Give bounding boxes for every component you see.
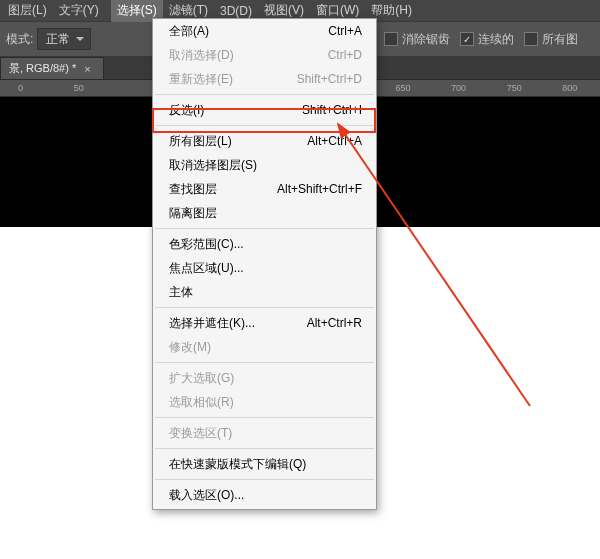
- menu-window[interactable]: 窗口(W): [316, 2, 359, 19]
- menu-item[interactable]: 反选(I)Shift+Ctrl+I: [153, 98, 376, 122]
- menu-item-label: 扩大选取(G): [169, 370, 234, 386]
- checkbox-icon: [460, 32, 474, 46]
- mode-select[interactable]: 正常: [37, 28, 91, 50]
- menu-item-label: 反选(I): [169, 102, 204, 118]
- menu-item: 重新选择(E)Shift+Ctrl+D: [153, 67, 376, 91]
- menu-filter[interactable]: 滤镜(T): [169, 2, 208, 19]
- menu-item[interactable]: 所有图层(L)Alt+Ctrl+A: [153, 129, 376, 153]
- menu-item-label: 全部(A): [169, 23, 209, 39]
- menu-item: 修改(M): [153, 335, 376, 359]
- menu-item[interactable]: 取消选择图层(S): [153, 153, 376, 177]
- all-layers-checkbox[interactable]: 所有图: [524, 31, 578, 48]
- menu-separator: [155, 479, 374, 480]
- menu-separator: [155, 362, 374, 363]
- menu-item-shortcut: Ctrl+D: [328, 47, 362, 63]
- menu-item: 取消选择(D)Ctrl+D: [153, 43, 376, 67]
- menu-item[interactable]: 载入选区(O)...: [153, 483, 376, 507]
- ruler-tick: 50: [74, 83, 112, 93]
- document-tab[interactable]: 景, RGB/8#) * ×: [0, 57, 104, 79]
- menu-item-label: 所有图层(L): [169, 133, 232, 149]
- menu-item[interactable]: 主体: [153, 280, 376, 304]
- menu-item-shortcut: Alt+Shift+Ctrl+F: [277, 181, 362, 197]
- close-icon[interactable]: ×: [84, 63, 90, 75]
- menu-item-label: 选择并遮住(K)...: [169, 315, 255, 331]
- ruler-tick: 650: [395, 83, 433, 93]
- menu-separator: [155, 417, 374, 418]
- menu-item[interactable]: 选择并遮住(K)...Alt+Ctrl+R: [153, 311, 376, 335]
- menu-item-label: 焦点区域(U)...: [169, 260, 244, 276]
- menu-item-label: 在快速蒙版模式下编辑(Q): [169, 456, 306, 472]
- menu-view[interactable]: 视图(V): [264, 2, 304, 19]
- menu-item[interactable]: 色彩范围(C)...: [153, 232, 376, 256]
- menu-item[interactable]: 在快速蒙版模式下编辑(Q): [153, 452, 376, 476]
- menu-help[interactable]: 帮助(H): [371, 2, 412, 19]
- menu-item-label: 取消选择(D): [169, 47, 234, 63]
- mode-value: 正常: [46, 31, 70, 48]
- contiguous-checkbox[interactable]: 连续的: [460, 31, 514, 48]
- menu-item-label: 选取相似(R): [169, 394, 234, 410]
- checkbox-icon: [384, 32, 398, 46]
- menu-item-label: 载入选区(O)...: [169, 487, 244, 503]
- menu-item-label: 主体: [169, 284, 193, 300]
- menu-item-label: 查找图层: [169, 181, 217, 197]
- menu-item-shortcut: Shift+Ctrl+I: [302, 102, 362, 118]
- menu-layer[interactable]: 图层(L): [8, 2, 47, 19]
- menu-item-label: 修改(M): [169, 339, 211, 355]
- menu-item-shortcut: Alt+Ctrl+R: [307, 315, 362, 331]
- document-tab-title: 景, RGB/8#) *: [9, 61, 76, 76]
- ruler-tick: 750: [507, 83, 545, 93]
- menu-separator: [155, 125, 374, 126]
- antialias-checkbox[interactable]: 消除锯齿: [384, 31, 450, 48]
- menu-separator: [155, 448, 374, 449]
- menu-text[interactable]: 文字(Y): [59, 2, 99, 19]
- menu-item-shortcut: Ctrl+A: [328, 23, 362, 39]
- ruler-tick: 700: [451, 83, 489, 93]
- menu-3d[interactable]: 3D(D): [220, 4, 252, 18]
- menu-item[interactable]: 全部(A)Ctrl+A: [153, 19, 376, 43]
- menu-item-label: 取消选择图层(S): [169, 157, 257, 173]
- menu-item-label: 变换选区(T): [169, 425, 232, 441]
- menu-item-shortcut: Shift+Ctrl+D: [297, 71, 362, 87]
- contiguous-label: 连续的: [478, 31, 514, 48]
- menu-separator: [155, 307, 374, 308]
- checkbox-icon: [524, 32, 538, 46]
- select-menu-dropdown: 全部(A)Ctrl+A取消选择(D)Ctrl+D重新选择(E)Shift+Ctr…: [152, 18, 377, 510]
- all-layers-label: 所有图: [542, 31, 578, 48]
- menu-item[interactable]: 焦点区域(U)...: [153, 256, 376, 280]
- menu-item: 扩大选取(G): [153, 366, 376, 390]
- menu-item-label: 隔离图层: [169, 205, 217, 221]
- antialias-label: 消除锯齿: [402, 31, 450, 48]
- menu-item-label: 色彩范围(C)...: [169, 236, 244, 252]
- menu-separator: [155, 228, 374, 229]
- menu-item[interactable]: 查找图层Alt+Shift+Ctrl+F: [153, 177, 376, 201]
- ruler-tick: 0: [18, 83, 56, 93]
- menu-item: 变换选区(T): [153, 421, 376, 445]
- menu-item: 选取相似(R): [153, 390, 376, 414]
- mode-label: 模式:: [6, 31, 33, 48]
- menu-item-shortcut: Alt+Ctrl+A: [307, 133, 362, 149]
- menu-item[interactable]: 隔离图层: [153, 201, 376, 225]
- menu-separator: [155, 94, 374, 95]
- ruler-tick: 800: [562, 83, 600, 93]
- menu-item-label: 重新选择(E): [169, 71, 233, 87]
